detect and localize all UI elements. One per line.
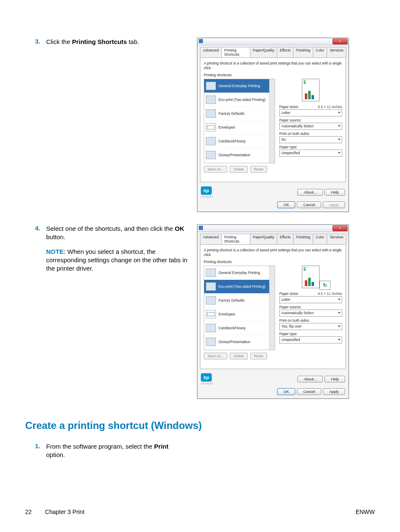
- shortcut-icon: [206, 137, 216, 145]
- tab-services[interactable]: Services: [327, 47, 346, 57]
- tab-color[interactable]: Color: [313, 234, 327, 244]
- footer-left: 22 Chapter 3 Print: [25, 509, 85, 515]
- preview-paper-icon: [302, 79, 319, 101]
- scrollbar[interactable]: [269, 266, 275, 350]
- dialog-titlebar[interactable]: ×: [197, 225, 348, 232]
- shortcut-icon: [206, 151, 216, 159]
- tab-printing-shortcuts[interactable]: Printing Shortcuts: [221, 234, 250, 244]
- scrollbar[interactable]: [269, 79, 275, 163]
- print-both-sides-dropdown[interactable]: No: [279, 136, 342, 143]
- cancel-button[interactable]: Cancel: [297, 388, 321, 395]
- ok-button[interactable]: OK: [277, 201, 295, 208]
- ok-button[interactable]: OK: [277, 388, 295, 395]
- tab-finishing[interactable]: Finishing: [293, 47, 313, 57]
- step-3-post: tab.: [127, 38, 139, 45]
- shortcut-item[interactable]: Cardstock/Heavy: [204, 321, 275, 335]
- save-as-button[interactable]: Save As...: [204, 166, 227, 173]
- tab-finishing[interactable]: Finishing: [293, 234, 313, 244]
- paper-source-dropdown[interactable]: Automatically Select: [279, 123, 342, 130]
- shortcut-icon: [206, 282, 216, 291]
- shortcut-settings-column: ↻Paper sizes:8.5 × 11 inchesLetterPaper …: [279, 266, 342, 359]
- shortcut-item[interactable]: Glossy/Presentation: [204, 148, 275, 162]
- shortcut-item[interactable]: Envelopes: [204, 307, 275, 321]
- paper-sizes-label: Paper sizes:8.5 × 11 inches: [279, 292, 342, 296]
- step-1b-row: 1. From the software program, select the…: [25, 442, 375, 460]
- shortcuts-two-column: General Everyday PrintingEco-print (Two-…: [204, 266, 342, 359]
- about-help-buttons: About...Help: [296, 190, 345, 194]
- shortcut-item-label: General Everyday Printing: [218, 271, 260, 275]
- preview-paper-icon: [302, 266, 319, 288]
- paper-source-row: Paper source:Automatically Select: [279, 305, 342, 317]
- shortcut-item[interactable]: Eco-print (Two-sided Printing): [204, 280, 275, 294]
- paper-type-dropdown[interactable]: Unspecified: [279, 336, 342, 343]
- reset-button[interactable]: Reset: [250, 353, 267, 359]
- shortcut-item[interactable]: Factory Defaults: [204, 107, 275, 121]
- shortcut-item-label: Cardstock/Heavy: [218, 326, 246, 330]
- shortcut-item[interactable]: Envelopes: [204, 121, 275, 134]
- tab-paper-quality[interactable]: Paper/Quality: [250, 47, 278, 57]
- about-button[interactable]: About...: [297, 376, 323, 382]
- paper-type-dropdown[interactable]: Unspecified: [279, 150, 342, 157]
- shortcuts-description: A printing shortcut is a collection of s…: [204, 248, 342, 257]
- shortcuts-listbox[interactable]: General Everyday PrintingEco-print (Two-…: [204, 79, 275, 163]
- shortcut-item[interactable]: Glossy/Presentation: [204, 335, 275, 349]
- shortcuts-left-column: General Everyday PrintingEco-print (Two-…: [204, 79, 275, 173]
- shortcut-icon: [206, 123, 216, 132]
- shortcut-settings-column: Paper sizes:8.5 × 11 inchesLetterPaper s…: [279, 79, 342, 173]
- tab-panel-printing-shortcuts: A printing shortcut is a collection of s…: [200, 57, 346, 182]
- paper-source-dropdown[interactable]: Automatically Select: [279, 310, 342, 317]
- shortcut-icon: [206, 324, 216, 332]
- tab-color[interactable]: Color: [313, 47, 327, 57]
- apply-button[interactable]: Apply: [323, 201, 345, 208]
- paper-source-label: Paper source:: [279, 305, 342, 309]
- paper-sizes-dropdown[interactable]: Letter: [279, 296, 342, 303]
- hp-invent-text: invent: [201, 195, 214, 198]
- tab-effects[interactable]: Effects: [277, 47, 294, 57]
- tab-effects[interactable]: Effects: [277, 234, 294, 244]
- shortcut-item-label: General Everyday Printing: [218, 84, 260, 88]
- tab-paper-quality[interactable]: Paper/Quality: [250, 234, 278, 244]
- close-button[interactable]: ×: [332, 225, 348, 231]
- window-icon: [199, 39, 203, 43]
- tab-advanced[interactable]: Advanced: [200, 47, 222, 57]
- page-preview: [299, 79, 323, 101]
- step-3-pre: Click the: [46, 38, 72, 45]
- step-4-text: Select one of the shortcuts, and then cl…: [46, 225, 189, 273]
- shortcut-item[interactable]: General Everyday Printing: [204, 79, 275, 93]
- tab-services[interactable]: Services: [327, 234, 346, 244]
- hp-logo-icon: hp: [201, 186, 212, 195]
- print-both-sides-label: Print on both sides:: [279, 132, 342, 136]
- note-text: When you select a shortcut, the correspo…: [46, 248, 187, 272]
- print-both-sides-dropdown[interactable]: Yes, flip over: [279, 323, 342, 330]
- close-button[interactable]: ×: [332, 39, 348, 44]
- step-3-bold: Printing Shortcuts: [72, 38, 127, 45]
- about-button[interactable]: About...: [297, 189, 323, 196]
- dialog-footer-row: hpinventAbout...Help: [197, 185, 348, 200]
- reset-button[interactable]: Reset: [250, 166, 267, 173]
- shortcuts-listbox[interactable]: General Everyday PrintingEco-print (Two-…: [204, 266, 275, 350]
- delete-button[interactable]: Delete: [230, 353, 248, 359]
- shortcut-item[interactable]: Factory Defaults: [204, 294, 275, 307]
- shortcut-item[interactable]: General Everyday Printing: [204, 266, 275, 280]
- step-4-post: button.: [46, 233, 65, 240]
- step-1b-bold: Print: [154, 443, 169, 450]
- dialog-titlebar[interactable]: ×: [197, 38, 348, 45]
- paper-type-label: Paper type:: [279, 145, 342, 149]
- help-button[interactable]: Help: [325, 189, 345, 196]
- cancel-button[interactable]: Cancel: [297, 201, 321, 208]
- shortcut-icon: [206, 296, 216, 305]
- shortcut-item[interactable]: Cardstock/Heavy: [204, 134, 275, 148]
- paper-sizes-dropdown[interactable]: Letter: [279, 109, 342, 116]
- window-icon: [199, 226, 203, 230]
- step-1b-text: From the software program, select the Pr…: [46, 442, 189, 460]
- delete-button[interactable]: Delete: [230, 166, 248, 173]
- tab-printing-shortcuts[interactable]: Printing Shortcuts: [221, 47, 250, 57]
- paper-sizes-label: Paper sizes:8.5 × 11 inches: [279, 105, 342, 109]
- shortcut-item[interactable]: Eco-print (Two-sided Printing): [204, 93, 275, 107]
- help-button[interactable]: Help: [325, 376, 345, 382]
- apply-button[interactable]: Apply: [323, 388, 345, 395]
- save-as-button[interactable]: Save As...: [204, 353, 227, 359]
- paper-type-row: Paper type:Unspecified: [279, 145, 342, 157]
- tab-advanced[interactable]: Advanced: [200, 234, 222, 244]
- step-4-pre: Select one of the shortcuts, and then cl…: [46, 225, 175, 232]
